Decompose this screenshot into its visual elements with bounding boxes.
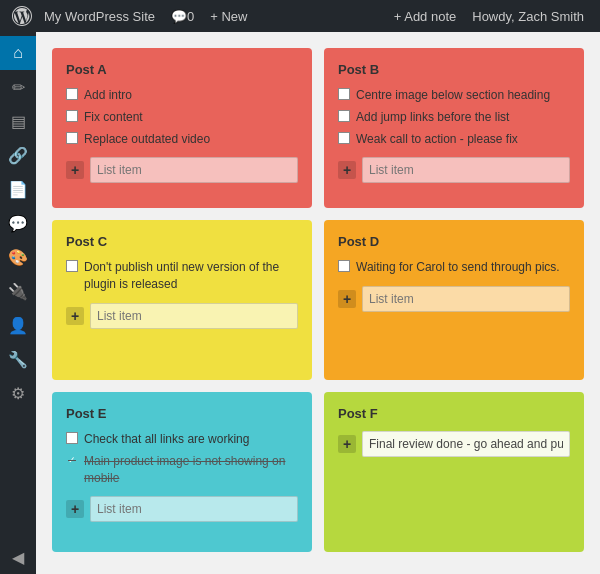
user-menu[interactable]: Howdy, Zach Smith: [464, 0, 592, 32]
checkbox[interactable]: [66, 110, 78, 122]
sidebar-icon-plugins[interactable]: 🔌: [0, 274, 36, 308]
sidebar-icon-tools[interactable]: 🔧: [0, 342, 36, 376]
list-item[interactable]: Add intro: [66, 87, 298, 104]
sidebar-icon-dashboard[interactable]: ⌂: [0, 36, 36, 70]
card-title-card-e: Post E: [66, 406, 298, 421]
list-item-text: Centre image below section heading: [356, 87, 550, 104]
card-title-card-f: Post F: [338, 406, 570, 421]
list-item-input[interactable]: [362, 431, 570, 457]
card-card-b: Post BCentre image below section heading…: [324, 48, 584, 208]
list-item[interactable]: Replace outdated video: [66, 131, 298, 148]
list-item[interactable]: Centre image below section heading: [338, 87, 570, 104]
checkbox[interactable]: [338, 132, 350, 144]
card-title-card-c: Post C: [66, 234, 298, 249]
comments-link[interactable]: 💬 0: [163, 0, 202, 32]
card-checklist-card-a: Add introFix contentReplace outdated vid…: [66, 87, 298, 147]
main-content-area: Post AAdd introFix contentReplace outdat…: [36, 32, 600, 574]
checkbox[interactable]: [66, 88, 78, 100]
list-item-input[interactable]: [362, 286, 570, 312]
sidebar-icon-links[interactable]: 🔗: [0, 138, 36, 172]
new-link[interactable]: + New: [202, 0, 255, 32]
checkbox[interactable]: [66, 432, 78, 444]
list-item[interactable]: Waiting for Carol to send through pics.: [338, 259, 570, 276]
card-card-d: Post DWaiting for Carol to send through …: [324, 220, 584, 380]
add-item-button[interactable]: +: [66, 307, 84, 325]
sidebar-icon-media[interactable]: ▤: [0, 104, 36, 138]
card-checklist-card-d: Waiting for Carol to send through pics.: [338, 259, 570, 276]
add-note-button[interactable]: + Add note: [386, 0, 465, 32]
site-name[interactable]: My WordPress Site: [36, 0, 163, 32]
add-item-button[interactable]: +: [338, 290, 356, 308]
add-item-row-card-d: +: [338, 286, 570, 312]
list-item-text: Main product image is not showing on mob…: [84, 453, 298, 487]
card-card-c: Post CDon't publish until new version of…: [52, 220, 312, 380]
sidebar-icon-appearance[interactable]: 🎨: [0, 240, 36, 274]
admin-sidebar: ⌂ ✏ ▤ 🔗 📄 💬 🎨 🔌 👤 🔧 ⚙ ◀: [0, 32, 36, 574]
card-card-f: Post F+: [324, 392, 584, 552]
list-item-text: Add intro: [84, 87, 132, 104]
add-item-row-card-b: +: [338, 157, 570, 183]
main-layout: ⌂ ✏ ▤ 🔗 📄 💬 🎨 🔌 👤 🔧 ⚙ ◀ Post AAdd introF…: [0, 32, 600, 574]
checkbox[interactable]: [66, 260, 78, 272]
sidebar-icon-pages[interactable]: 📄: [0, 172, 36, 206]
list-item-text: Add jump links before the list: [356, 109, 509, 126]
checkbox[interactable]: [338, 260, 350, 272]
list-item[interactable]: Weak call to action - please fix: [338, 131, 570, 148]
list-item-text: Don't publish until new version of the p…: [84, 259, 298, 293]
admin-bar: My WordPress Site 💬 0 + New + Add note H…: [0, 0, 600, 32]
add-item-row-card-c: +: [66, 303, 298, 329]
checkbox[interactable]: [338, 88, 350, 100]
list-item[interactable]: Don't publish until new version of the p…: [66, 259, 298, 293]
card-card-a: Post AAdd introFix contentReplace outdat…: [52, 48, 312, 208]
card-title-card-a: Post A: [66, 62, 298, 77]
wp-logo[interactable]: [8, 0, 36, 32]
card-title-card-d: Post D: [338, 234, 570, 249]
sidebar-icon-collapse[interactable]: ◀: [0, 540, 36, 574]
checkbox[interactable]: [66, 454, 78, 466]
sidebar-icon-settings[interactable]: ⚙: [0, 376, 36, 410]
list-item-text: Check that all links are working: [84, 431, 249, 448]
sidebar-icon-users[interactable]: 👤: [0, 308, 36, 342]
list-item-text: Fix content: [84, 109, 143, 126]
checkbox[interactable]: [66, 132, 78, 144]
add-item-button[interactable]: +: [338, 435, 356, 453]
add-item-row-card-e: +: [66, 496, 298, 522]
list-item-input[interactable]: [90, 303, 298, 329]
list-item-text: Replace outdated video: [84, 131, 210, 148]
list-item-text: Weak call to action - please fix: [356, 131, 518, 148]
list-item[interactable]: Main product image is not showing on mob…: [66, 453, 298, 487]
sidebar-icon-posts[interactable]: ✏: [0, 70, 36, 104]
add-item-row-card-a: +: [66, 157, 298, 183]
checkbox[interactable]: [338, 110, 350, 122]
cards-grid: Post AAdd introFix contentReplace outdat…: [52, 48, 584, 552]
list-item-input[interactable]: [362, 157, 570, 183]
card-checklist-card-b: Centre image below section headingAdd ju…: [338, 87, 570, 147]
list-item[interactable]: Fix content: [66, 109, 298, 126]
card-checklist-card-c: Don't publish until new version of the p…: [66, 259, 298, 293]
add-item-button[interactable]: +: [66, 500, 84, 518]
list-item-input[interactable]: [90, 496, 298, 522]
list-item-text: Waiting for Carol to send through pics.: [356, 259, 560, 276]
sidebar-icon-comments[interactable]: 💬: [0, 206, 36, 240]
card-checklist-card-e: Check that all links are workingMain pro…: [66, 431, 298, 486]
list-item[interactable]: Check that all links are working: [66, 431, 298, 448]
add-item-row-card-f: +: [338, 431, 570, 457]
card-title-card-b: Post B: [338, 62, 570, 77]
add-item-button[interactable]: +: [66, 161, 84, 179]
list-item-input[interactable]: [90, 157, 298, 183]
card-card-e: Post ECheck that all links are workingMa…: [52, 392, 312, 552]
list-item[interactable]: Add jump links before the list: [338, 109, 570, 126]
add-item-button[interactable]: +: [338, 161, 356, 179]
